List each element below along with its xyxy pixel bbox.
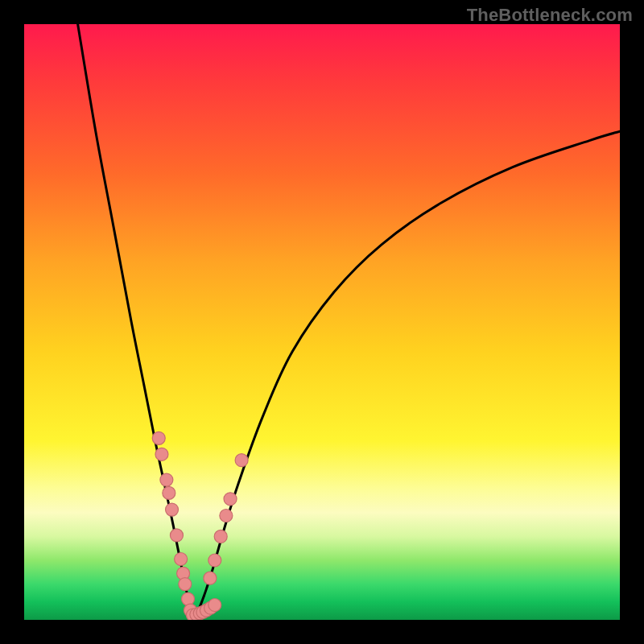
curve-left-branch xyxy=(78,24,193,615)
data-point-marker xyxy=(179,578,192,591)
marker-group xyxy=(152,431,248,620)
plot-area xyxy=(24,24,620,620)
data-point-marker xyxy=(208,599,221,612)
data-point-marker xyxy=(155,448,168,460)
data-point-marker xyxy=(224,493,237,506)
data-point-marker xyxy=(214,530,227,543)
data-point-marker xyxy=(163,486,175,499)
data-point-marker xyxy=(166,503,179,516)
chart-frame: TheBottleneck.com xyxy=(0,0,644,644)
data-point-marker xyxy=(175,553,188,566)
data-point-marker xyxy=(204,572,217,584)
chart-svg xyxy=(24,24,620,620)
data-point-marker xyxy=(220,510,233,522)
data-point-marker xyxy=(208,554,221,567)
watermark-text: TheBottleneck.com xyxy=(467,5,633,26)
data-point-marker xyxy=(170,529,183,542)
data-point-marker xyxy=(152,431,165,444)
data-point-marker xyxy=(160,473,173,486)
curve-right-branch xyxy=(192,131,620,615)
data-point-marker xyxy=(235,454,248,467)
data-point-marker xyxy=(182,592,195,605)
